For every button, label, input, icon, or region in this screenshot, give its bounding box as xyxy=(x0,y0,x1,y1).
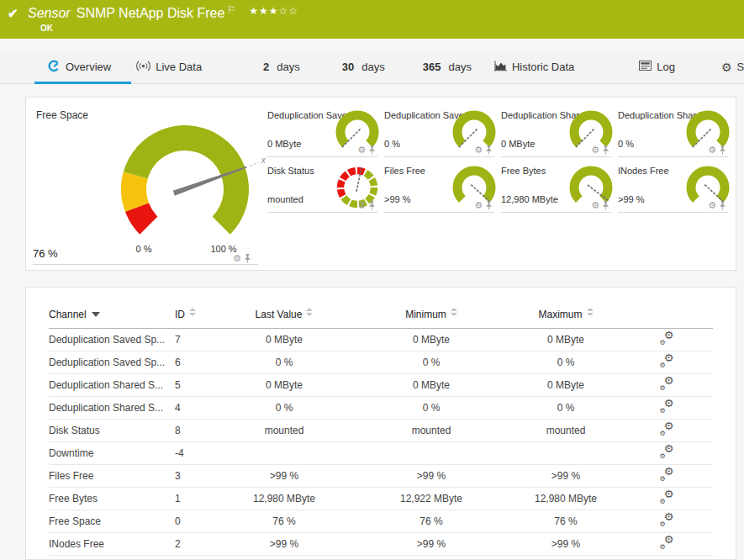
gauge-actions: ⚙ xyxy=(357,201,376,210)
channel-settings-icon[interactable]: ⚙⚙ xyxy=(660,536,674,549)
cell-maximum: 0 MByte xyxy=(511,374,620,397)
cell-channel: Deduplication Shared S... xyxy=(49,374,175,397)
channel-settings-icon[interactable]: ⚙⚙ xyxy=(660,468,674,481)
gauge-actions: ⚙ xyxy=(708,201,726,210)
prtg-sensor-page: ✔ SensorSNMP NetApp Disk Free⚐★★★☆☆ OK O… xyxy=(0,0,744,560)
cell-minimum: 76 % xyxy=(351,510,511,533)
tab-label: Live Data xyxy=(156,61,202,73)
column-header-id[interactable]: ID xyxy=(175,308,217,329)
tab-365-days[interactable]: 365days xyxy=(423,50,472,83)
main-gauge-value: 76 % xyxy=(33,247,58,260)
gear-icon[interactable]: ⚙ xyxy=(591,145,599,155)
pin-icon[interactable] xyxy=(485,201,493,210)
channel-settings-icon[interactable]: ⚙⚙ xyxy=(660,514,674,526)
pin-icon[interactable] xyxy=(719,145,726,155)
mini-gauge-value: 0 MByte xyxy=(501,139,535,149)
pin-icon[interactable] xyxy=(368,145,376,155)
tab-2-days[interactable]: 2days xyxy=(263,50,300,83)
tab-overview[interactable]: Overview xyxy=(48,50,111,83)
channel-settings-icon[interactable]: ⚙⚙ xyxy=(660,446,674,458)
table-row[interactable]: Deduplication Shared S... 4 0 % 0 % 0 % … xyxy=(49,397,713,420)
mini-gauge-cell[interactable]: Deduplication Saved S... 0 MByte ⚙ xyxy=(267,102,377,157)
gauge-actions: ⚙ xyxy=(708,145,726,155)
flag-icon[interactable]: ⚐ xyxy=(227,4,235,14)
gear-icon[interactable]: ⚙ xyxy=(474,201,483,210)
table-row[interactable]: Deduplication Saved Sp... 6 0 % 0 % 0 % … xyxy=(49,351,713,374)
channel-settings-icon[interactable]: ⚙⚙ xyxy=(660,491,674,504)
pin-icon[interactable] xyxy=(602,201,609,210)
gear-icon[interactable]: ⚙ xyxy=(708,145,716,155)
cell-last-value: 12,980 MByte xyxy=(217,488,351,510)
sort-icon xyxy=(189,308,196,316)
tab-log[interactable]: Log xyxy=(639,50,675,83)
cell-id: 8 xyxy=(175,420,217,442)
column-header-channel[interactable]: Channel xyxy=(49,308,175,329)
main-gauge-min-label: 0 % xyxy=(127,244,161,254)
channel-settings-icon[interactable]: ⚙⚙ xyxy=(660,400,674,413)
cell-last-value: mounted xyxy=(217,420,351,442)
mini-gauge-value: 0 % xyxy=(384,139,400,149)
tab-label: days xyxy=(448,61,471,73)
cell-id: 0 xyxy=(175,510,217,533)
pin-icon[interactable] xyxy=(368,201,376,210)
mini-gauge-value: mounted xyxy=(267,194,303,204)
sensor-header: ✔ SensorSNMP NetApp Disk Free⚐★★★☆☆ OK xyxy=(0,0,744,39)
channel-settings-icon[interactable]: ⚙⚙ xyxy=(660,423,674,436)
cell-channel: Deduplication Shared S... xyxy=(49,397,175,420)
mini-gauge-cell[interactable]: Disk Status mounted ⚙ xyxy=(267,157,377,213)
table-row[interactable]: Free Space 0 76 % 76 % 76 % ⚙⚙ xyxy=(49,510,713,533)
column-header-last-value[interactable]: Last Value xyxy=(217,308,351,329)
channel-settings-icon[interactable]: ⚙⚙ xyxy=(660,355,674,367)
cell-channel: Deduplication Saved Sp... xyxy=(49,329,175,351)
cell-minimum: mounted xyxy=(351,420,511,442)
mini-gauge-cell[interactable]: Files Free >99 % ⚙ xyxy=(384,157,494,213)
column-header-actions xyxy=(620,308,713,329)
status-check-icon: ✔ xyxy=(8,6,18,21)
table-row[interactable]: Files Free 3 >99 % >99 % >99 % ⚙⚙ xyxy=(49,465,713,488)
column-header-maximum[interactable]: Maximum xyxy=(511,308,620,329)
gear-icon[interactable]: ⚙ xyxy=(357,145,366,155)
channel-settings-icon[interactable]: ⚙⚙ xyxy=(660,332,674,345)
mini-gauge-cell[interactable]: Deduplication Shared ... 0 MByte ⚙ xyxy=(501,102,611,157)
cell-id: 4 xyxy=(175,397,217,420)
channel-settings-icon[interactable]: ⚙⚙ xyxy=(660,378,674,390)
cell-channel: Deduplication Saved Sp... xyxy=(49,351,175,374)
gauge-actions: ⚙ xyxy=(233,254,251,263)
broadcast-icon xyxy=(136,61,150,74)
tab-live-data[interactable]: Live Data xyxy=(136,50,202,83)
log-icon xyxy=(639,61,652,73)
gear-icon[interactable]: ⚙ xyxy=(233,254,241,263)
gear-icon[interactable]: ⚙ xyxy=(591,201,599,210)
mini-gauge-value: 12,980 MByte xyxy=(501,194,558,204)
gear-icon[interactable]: ⚙ xyxy=(708,201,716,210)
table-row[interactable]: Deduplication Saved Sp... 7 0 MByte 0 MB… xyxy=(49,329,713,351)
tab-30-days[interactable]: 30days xyxy=(342,50,385,83)
tab-label: Settings xyxy=(737,61,744,73)
cell-minimum xyxy=(351,442,511,465)
table-row[interactable]: Free Bytes 1 12,980 MByte 12,922 MByte 1… xyxy=(49,488,713,510)
cell-maximum: >99 % xyxy=(511,465,620,488)
mini-gauge-cell[interactable]: Deduplication Shared ... 0 % ⚙ xyxy=(618,102,728,157)
cell-minimum: 0 % xyxy=(351,397,511,420)
pin-icon[interactable] xyxy=(244,254,251,263)
priority-stars[interactable]: ★★★☆☆ xyxy=(249,5,298,17)
mini-gauge-cell[interactable]: Free Bytes 12,980 MByte ⚙ xyxy=(501,157,611,213)
tab-settings[interactable]: ⚙ Settings xyxy=(721,50,744,83)
pin-icon[interactable] xyxy=(485,145,493,155)
table-row[interactable]: Deduplication Shared S... 5 0 MByte 0 MB… xyxy=(49,374,713,397)
gauge-actions: ⚙ xyxy=(591,145,609,155)
pin-icon[interactable] xyxy=(719,201,726,210)
tab-historic-data[interactable]: Historic Data xyxy=(494,50,574,83)
table-row[interactable]: Downtime -4 ⚙⚙ xyxy=(49,442,713,465)
gear-icon[interactable]: ⚙ xyxy=(474,145,483,155)
mini-gauge-cell[interactable]: Deduplication Saved S... 0 % ⚙ xyxy=(384,102,494,157)
cell-minimum: 0 % xyxy=(351,351,511,374)
column-header-minimum[interactable]: Minimum xyxy=(351,308,511,329)
gear-icon[interactable]: ⚙ xyxy=(357,201,366,210)
cell-maximum: 12,980 MByte xyxy=(511,488,620,510)
table-row[interactable]: INodes Free 2 >99 % >99 % >99 % ⚙⚙ xyxy=(49,533,713,556)
mini-gauge-cell[interactable]: INodes Free >99 % ⚙ xyxy=(618,157,728,213)
table-row[interactable]: Disk Status 8 mounted mounted mounted ⚙⚙ xyxy=(49,420,713,442)
mini-gauge-value: >99 % xyxy=(384,194,411,204)
pin-icon[interactable] xyxy=(602,145,609,155)
